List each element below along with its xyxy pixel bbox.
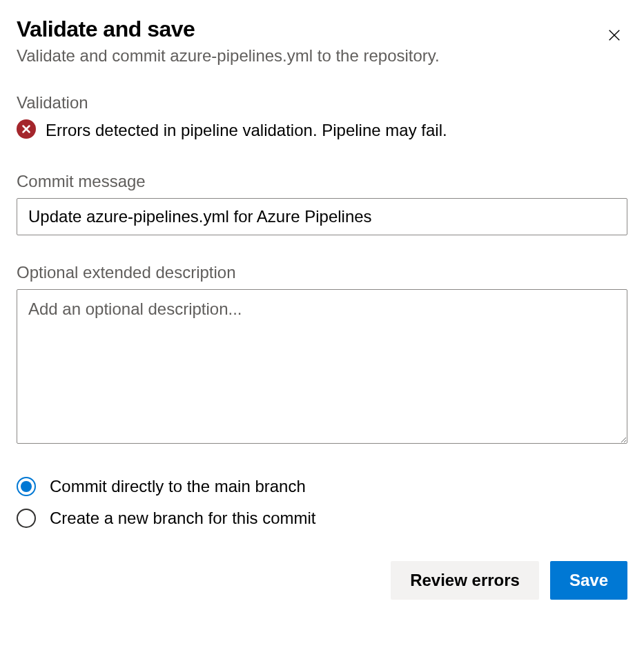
- dialog-title: Validate and save: [17, 17, 601, 42]
- commit-message-input[interactable]: [17, 198, 627, 235]
- validation-section: Validation Errors detected in pipeline v…: [17, 93, 627, 141]
- description-textarea[interactable]: [17, 289, 627, 444]
- dialog-header: Validate and save Validate and commit az…: [17, 17, 627, 66]
- description-label: Optional extended description: [17, 263, 627, 282]
- radio-create-new-branch[interactable]: Create a new branch for this commit: [17, 509, 627, 528]
- header-text-block: Validate and save Validate and commit az…: [17, 17, 601, 66]
- radio-circle-selected: [17, 477, 36, 496]
- radio-inner-dot: [21, 481, 32, 492]
- validation-row: Errors detected in pipeline validation. …: [17, 119, 627, 141]
- dialog-subtitle: Validate and commit azure-pipelines.yml …: [17, 46, 601, 66]
- close-button[interactable]: [601, 22, 627, 50]
- radio-circle-unselected: [17, 509, 36, 528]
- commit-message-section: Commit message: [17, 172, 627, 235]
- description-section: Optional extended description: [17, 263, 627, 446]
- radio-label-commit-direct: Commit directly to the main branch: [50, 477, 306, 496]
- save-button[interactable]: Save: [550, 561, 627, 600]
- review-errors-button[interactable]: Review errors: [391, 561, 539, 600]
- commit-message-label: Commit message: [17, 172, 627, 191]
- validation-label: Validation: [17, 93, 627, 112]
- radio-label-create-new: Create a new branch for this commit: [50, 509, 316, 528]
- close-icon: [607, 35, 622, 45]
- radio-commit-direct[interactable]: Commit directly to the main branch: [17, 477, 627, 496]
- branch-radio-group: Commit directly to the main branch Creat…: [17, 477, 627, 528]
- validation-message: Errors detected in pipeline validation. …: [46, 121, 447, 140]
- dialog-footer-buttons: Review errors Save: [17, 561, 627, 600]
- error-icon: [17, 119, 36, 141]
